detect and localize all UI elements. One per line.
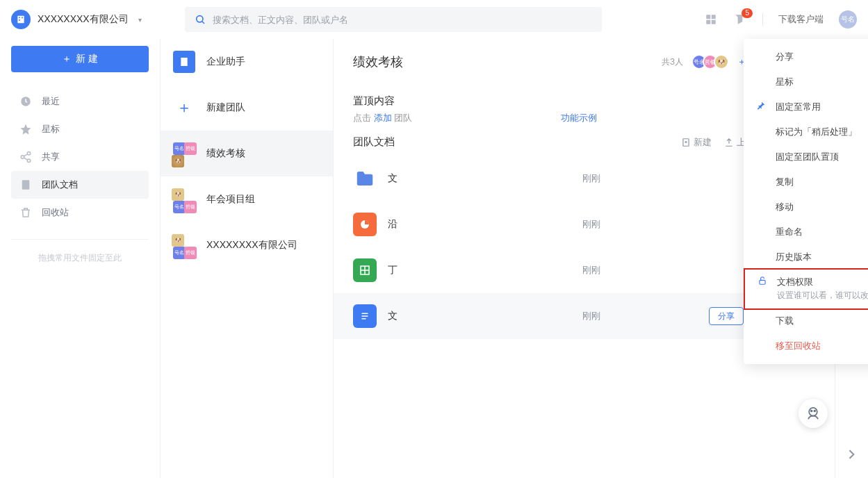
team-list: 企业助手 ＋ 新建团队 号名哲银🐶 绩效考核 🐶号名哲银 年会项目组 bbox=[160, 39, 334, 478]
team-avatars: 号名哲银🐶 bbox=[173, 142, 195, 165]
team-label: 年会项目组 bbox=[206, 193, 255, 206]
apps-icon[interactable] bbox=[704, 13, 718, 26]
doc-time: 刚刚 bbox=[582, 172, 652, 185]
team-project[interactable]: 🐶号名哲银 年会项目组 bbox=[161, 176, 333, 222]
team-avatars: 🐶号名哲银 bbox=[173, 234, 195, 256]
left-nav: ＋ 新 建 最近 星标 共享 团队文档 回收站 拖拽常用文件固定至此 bbox=[0, 39, 160, 478]
svg-rect-1 bbox=[19, 17, 20, 19]
building-icon bbox=[173, 51, 195, 73]
doc-name: 文 bbox=[388, 310, 527, 322]
svg-point-33 bbox=[811, 411, 812, 412]
sub-text: 团队 bbox=[394, 113, 412, 123]
ctx-rename[interactable]: 重命名 bbox=[744, 220, 868, 245]
nav-team-docs[interactable]: 团队文档 bbox=[11, 171, 149, 199]
share-count: 共3人 bbox=[662, 56, 683, 68]
svg-point-13 bbox=[27, 159, 31, 163]
main-content: 绩效考核 共3人 号名哲银🐶 ＋ 邀请同事 置顶内容 点击 添加 团队 功能示例 bbox=[334, 39, 835, 478]
caret-down-icon: ▾ bbox=[138, 16, 142, 24]
team-performance[interactable]: 号名哲银🐶 绩效考核 bbox=[161, 131, 333, 176]
divider bbox=[762, 13, 763, 26]
ctx-share[interactable]: 分享 bbox=[744, 44, 868, 69]
ctx-pin-frequent[interactable]: 固定至常用 bbox=[744, 94, 868, 120]
nav-label: 最近 bbox=[42, 95, 60, 108]
ctx-label: 固定至常用 bbox=[776, 101, 821, 112]
team-label: XXXXXXXX有限公司 bbox=[206, 239, 297, 252]
notification-icon[interactable]: 5 bbox=[733, 13, 747, 26]
ctx-copy[interactable]: 复制 bbox=[744, 170, 868, 195]
plus-icon: ＋ bbox=[173, 97, 195, 119]
lock-icon bbox=[758, 276, 767, 286]
svg-rect-9 bbox=[712, 20, 716, 24]
nav-label: 共享 bbox=[42, 151, 60, 163]
nav-label: 回收站 bbox=[42, 206, 69, 219]
search-input[interactable] bbox=[213, 15, 592, 25]
context-menu: 分享 星标 固定至常用 标记为「稍后处理」 固定至团队置顶 复制 移动 重命名 … bbox=[744, 39, 868, 364]
star-icon bbox=[19, 123, 32, 135]
ctx-move[interactable]: 移动 bbox=[744, 195, 868, 220]
ctx-label: 文档权限 bbox=[777, 277, 813, 287]
ctx-permissions[interactable]: 文档权限 设置谁可以看，谁可以改 bbox=[744, 268, 868, 310]
trash-icon bbox=[19, 206, 32, 219]
new-doc-button[interactable]: 新建 bbox=[681, 136, 712, 149]
sub-text: 点击 bbox=[353, 113, 371, 123]
doc-name: 沿 bbox=[388, 218, 527, 231]
header-right: 5 下载客户端 号名 bbox=[704, 10, 857, 28]
ctx-star[interactable]: 星标 bbox=[744, 69, 868, 94]
search-icon bbox=[195, 14, 206, 25]
doc-time: 刚刚 bbox=[582, 218, 652, 231]
new-button[interactable]: ＋ 新 建 bbox=[11, 46, 149, 72]
brand-selector[interactable]: XXXXXXXX有限公司 ▾ bbox=[11, 10, 171, 29]
search-bar[interactable] bbox=[185, 7, 602, 32]
assistant-fab[interactable] bbox=[799, 399, 828, 428]
team-assistant[interactable]: 企业助手 bbox=[161, 39, 333, 85]
clock-icon bbox=[19, 95, 32, 108]
notification-badge: 5 bbox=[742, 8, 753, 18]
ctx-sublabel: 设置谁可以看，谁可以改 bbox=[777, 290, 868, 302]
ctx-trash[interactable]: 移至回收站 bbox=[744, 333, 868, 358]
nav-hint: 拖拽常用文件固定至此 bbox=[11, 252, 149, 264]
presentation-icon bbox=[353, 213, 377, 236]
nav-label: 团队文档 bbox=[42, 179, 78, 191]
ctx-download[interactable]: 下载 bbox=[744, 308, 868, 333]
doc-name: 文 bbox=[388, 172, 527, 185]
nav-trash[interactable]: 回收站 bbox=[11, 199, 149, 226]
folder-icon bbox=[353, 167, 377, 190]
new-button-label: 新 建 bbox=[76, 53, 98, 65]
page-title: 绩效考核 bbox=[353, 53, 403, 70]
document-icon bbox=[353, 304, 377, 328]
spreadsheet-icon bbox=[353, 258, 377, 282]
nav-starred[interactable]: 星标 bbox=[11, 115, 149, 143]
share-button[interactable]: 分享 bbox=[709, 307, 744, 325]
feature-example-link[interactable]: 功能示例 bbox=[561, 113, 597, 123]
team-new[interactable]: ＋ 新建团队 bbox=[161, 85, 333, 131]
svg-rect-31 bbox=[760, 280, 765, 284]
download-client-link[interactable]: 下载客户端 bbox=[778, 13, 824, 26]
ctx-mark-later[interactable]: 标记为「稍后处理」 bbox=[744, 120, 868, 145]
chevron-right-icon[interactable] bbox=[844, 447, 858, 461]
svg-point-34 bbox=[814, 411, 815, 412]
divider bbox=[11, 239, 149, 240]
pin-icon bbox=[756, 101, 766, 110]
user-avatar[interactable]: 号名 bbox=[839, 10, 857, 28]
team-company[interactable]: 🐶号名哲银 XXXXXXXX有限公司 bbox=[161, 222, 333, 268]
team-label: 绩效考核 bbox=[206, 147, 245, 160]
team-label: 企业助手 bbox=[206, 56, 245, 68]
svg-rect-16 bbox=[22, 180, 30, 190]
docs-title: 团队文档 bbox=[353, 135, 395, 149]
ctx-history[interactable]: 历史版本 bbox=[744, 245, 868, 270]
member-avatars[interactable]: 号名哲银🐶 bbox=[691, 54, 729, 69]
svg-point-12 bbox=[21, 156, 24, 159]
doc-name: 丁 bbox=[388, 264, 527, 277]
share-icon bbox=[19, 151, 32, 163]
svg-rect-8 bbox=[706, 20, 710, 24]
ctx-pin-team[interactable]: 固定至团队置顶 bbox=[744, 145, 868, 170]
svg-line-5 bbox=[202, 22, 204, 24]
svg-line-15 bbox=[24, 158, 27, 160]
add-link[interactable]: 添加 bbox=[374, 113, 392, 123]
nav-label: 星标 bbox=[42, 123, 60, 135]
nav-recent[interactable]: 最近 bbox=[11, 88, 149, 115]
svg-line-14 bbox=[24, 154, 27, 156]
nav-shared[interactable]: 共享 bbox=[11, 143, 149, 171]
svg-rect-6 bbox=[706, 15, 710, 19]
svg-point-11 bbox=[27, 152, 31, 156]
